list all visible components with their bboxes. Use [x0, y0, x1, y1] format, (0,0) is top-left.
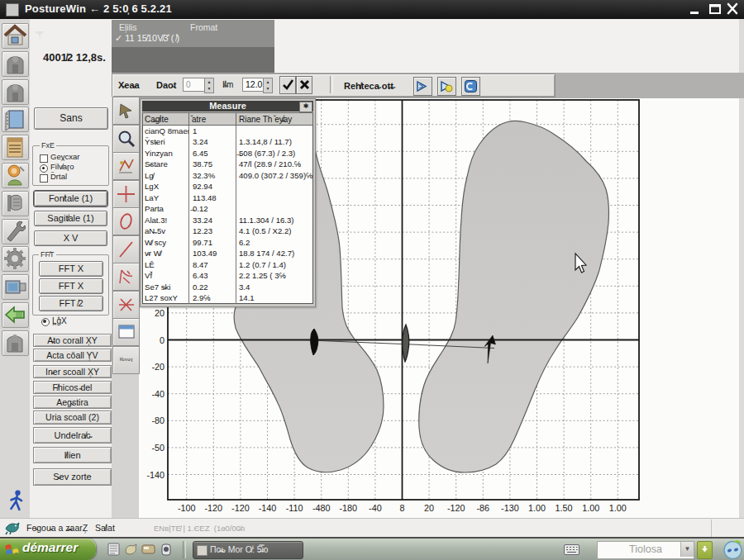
svg-text:-120: -120 — [447, 503, 465, 513]
svg-text:-480: -480 — [312, 503, 331, 513]
svg-text:-40: -40 — [151, 389, 165, 399]
svg-text:-20: -20 — [151, 362, 165, 372]
svg-text:1.00: 1.00 — [609, 503, 627, 513]
svg-text:-86: -86 — [476, 503, 489, 513]
svg-text:-40: -40 — [369, 503, 382, 513]
svg-text:-80: -80 — [151, 415, 165, 425]
svg-text:20: 20 — [424, 503, 434, 513]
svg-text:-180: -180 — [339, 503, 357, 513]
svg-text:1.50: 1.50 — [556, 503, 573, 513]
svg-text:1.00: 1.00 — [582, 503, 599, 513]
svg-text:0: 0 — [160, 335, 165, 345]
svg-text:-120: -120 — [204, 503, 222, 513]
svg-text:-50: -50 — [151, 443, 165, 453]
svg-text:-120: -120 — [231, 503, 250, 513]
svg-text:8: 8 — [399, 503, 404, 513]
svg-text:-140: -140 — [259, 503, 277, 513]
svg-text:-110: -110 — [286, 503, 303, 513]
svg-text:-130: -130 — [501, 503, 519, 513]
svg-text:20: 20 — [155, 308, 165, 318]
svg-text:1.00: 1.00 — [528, 503, 546, 513]
svg-text:-140: -140 — [146, 470, 165, 480]
svg-text:-100: -100 — [178, 503, 196, 513]
